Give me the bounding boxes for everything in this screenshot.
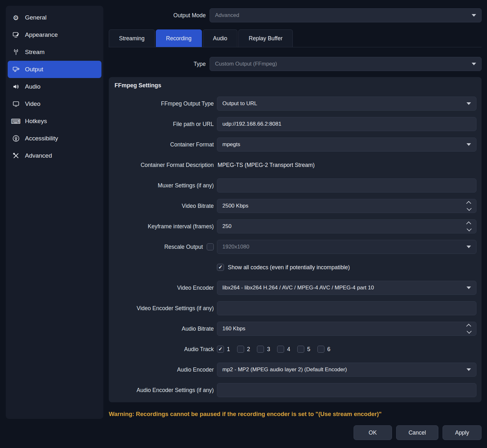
muxer-settings-row: Muxer Settings (if any) [114, 178, 476, 193]
audio-track-2-label: 2 [247, 346, 250, 353]
sidebar-item-appearance[interactable]: Appearance [8, 26, 101, 43]
audio-encoder-select[interactable]: mp2 - MP2 (MPEG audio layer 2) (Default … [217, 363, 476, 377]
audio-bitrate-input[interactable] [217, 322, 476, 336]
audio-track-1-checkbox[interactable] [217, 346, 224, 353]
rescale-output-select[interactable]: 1920x1080 [217, 240, 476, 254]
tab-recording[interactable]: Recording [156, 29, 202, 47]
dialog-buttons: OK Cancel Apply [109, 425, 482, 440]
audio-track-6-checkbox[interactable] [317, 346, 324, 353]
video-bitrate-decrement-button[interactable] [467, 207, 471, 211]
audio-track-4-label: 4 [287, 346, 290, 353]
muxer-settings-input[interactable] [217, 178, 476, 193]
output-tabs: Streaming Recording Audio Replay Buffer [109, 29, 482, 47]
sidebar-item-accessibility[interactable]: Accessibility [8, 130, 101, 147]
sidebar-item-output[interactable]: Output [8, 61, 101, 78]
speaker-icon [12, 83, 20, 90]
dropdown-arrow-icon [467, 143, 471, 146]
sidebar-item-label: Appearance [25, 31, 58, 38]
container-format-description-value: MPEG-TS (MPEG-2 Transport Stream) [217, 162, 476, 169]
sidebar-item-advanced[interactable]: Advanced [8, 147, 101, 164]
sidebar-item-label: General [25, 14, 47, 21]
spin-buttons [465, 324, 473, 334]
recording-type-label: Type [109, 61, 206, 67]
sidebar-item-label: Hotkeys [25, 118, 47, 125]
file-path-row: File path or URL [114, 117, 476, 131]
audio-track-3-label: 3 [267, 346, 270, 353]
audio-track-1-label: 1 [227, 346, 230, 353]
dropdown-arrow-icon [467, 246, 471, 248]
video-encoder-select[interactable]: libx264 - libx264 H.264 / AVC / MPEG-4 A… [217, 281, 476, 295]
ffmpeg-output-type-select[interactable]: Output to URL [217, 97, 476, 111]
dropdown-arrow-icon [472, 63, 476, 65]
dropdown-arrow-icon [467, 287, 471, 289]
tab-replay-buffer[interactable]: Replay Buffer [238, 29, 293, 47]
video-bitrate-increment-button[interactable] [467, 201, 471, 205]
muxer-settings-label: Muxer Settings (if any) [114, 182, 214, 189]
audio-track-2: 2 [237, 346, 250, 353]
appearance-icon [12, 31, 20, 38]
video-bitrate-row: Video Bitrate [114, 199, 476, 213]
recording-type-row: Type Custom Output (FFmpeg) [109, 57, 482, 71]
show-all-codecs-row: Show all codecs (even if potentially inc… [114, 260, 476, 274]
recording-type-select[interactable]: Custom Output (FFmpeg) [210, 57, 482, 71]
chevron-up-icon [466, 201, 471, 206]
container-format-label: Container Format [114, 141, 214, 148]
output-mode-label: Output Mode [109, 12, 206, 19]
video-bitrate-label: Video Bitrate [114, 203, 214, 209]
audio-track-3-checkbox[interactable] [257, 346, 264, 353]
video-encoder-settings-row: Video Encoder Settings (if any) [114, 301, 476, 315]
audio-track-2-checkbox[interactable] [237, 346, 244, 353]
audio-bitrate-increment-button[interactable] [467, 324, 471, 328]
audio-track-5: 5 [297, 346, 310, 353]
ffmpeg-output-type-row: FFmpeg Output Type Output to URL [114, 97, 476, 111]
apply-button[interactable]: Apply [443, 425, 482, 440]
audio-encoder-settings-label: Audio Encoder Settings (if any) [114, 387, 214, 394]
container-format-select[interactable]: mpegts [217, 138, 476, 152]
audio-bitrate-decrement-button[interactable] [467, 329, 471, 334]
spin-buttons [465, 201, 473, 211]
sidebar-item-video[interactable]: Video [8, 95, 101, 113]
sidebar-item-hotkeys[interactable]: ⌨ Hotkeys [8, 113, 101, 130]
keyboard-icon: ⌨ [12, 118, 20, 125]
audio-track-6-label: 6 [327, 346, 331, 353]
audio-encoder-settings-input[interactable] [217, 383, 476, 397]
antenna-icon [12, 49, 20, 56]
cancel-button[interactable]: Cancel [396, 425, 438, 440]
output-mode-row: Output Mode Advanced [109, 8, 482, 22]
output-mode-select[interactable]: Advanced [210, 8, 482, 22]
rescale-output-checkbox[interactable] [207, 243, 214, 250]
audio-track-5-checkbox[interactable] [297, 346, 304, 353]
chevron-down-icon [467, 226, 472, 232]
tab-streaming[interactable]: Streaming [109, 29, 155, 47]
ffmpeg-output-type-label: FFmpeg Output Type [114, 100, 214, 107]
keyframe-interval-input[interactable] [217, 219, 476, 233]
sidebar-item-stream[interactable]: Stream [8, 43, 101, 61]
tab-audio[interactable]: Audio [203, 29, 238, 47]
video-encoder-settings-input[interactable] [217, 301, 476, 315]
audio-track-4: 4 [277, 346, 290, 353]
file-path-input[interactable] [217, 117, 476, 131]
audio-encoder-settings-row: Audio Encoder Settings (if any) [114, 383, 476, 397]
audio-track-4-checkbox[interactable] [277, 346, 284, 353]
sidebar-item-general[interactable]: ⚙ General [8, 9, 101, 26]
recording-type-value: Custom Output (FFmpeg) [215, 61, 277, 67]
container-format-row: Container Format mpegts [114, 138, 476, 152]
video-bitrate-input[interactable] [217, 199, 476, 213]
keyframe-interval-row: Keyframe interval (frames) [114, 219, 476, 233]
container-format-value: mpegts [222, 141, 240, 148]
output-icon [12, 66, 20, 73]
dropdown-arrow-icon [467, 102, 471, 105]
container-format-description-row: Container Format Description MPEG-TS (MP… [114, 158, 476, 172]
show-all-codecs-checkbox[interactable] [217, 264, 224, 271]
spin-buttons [465, 222, 473, 231]
video-encoder-row: Video Encoder libx264 - libx264 H.264 / … [114, 281, 476, 295]
rescale-output-row: Rescale Output 1920x1080 [114, 240, 476, 254]
audio-track-label: Audio Track [114, 346, 214, 353]
keyframe-interval-increment-button[interactable] [467, 222, 471, 226]
ok-button[interactable]: OK [354, 425, 392, 440]
sidebar-item-audio[interactable]: Audio [8, 78, 101, 95]
chevron-down-icon [467, 206, 472, 211]
accessibility-icon [12, 135, 20, 142]
keyframe-interval-decrement-button[interactable] [467, 227, 471, 231]
audio-track-6: 6 [317, 346, 331, 353]
